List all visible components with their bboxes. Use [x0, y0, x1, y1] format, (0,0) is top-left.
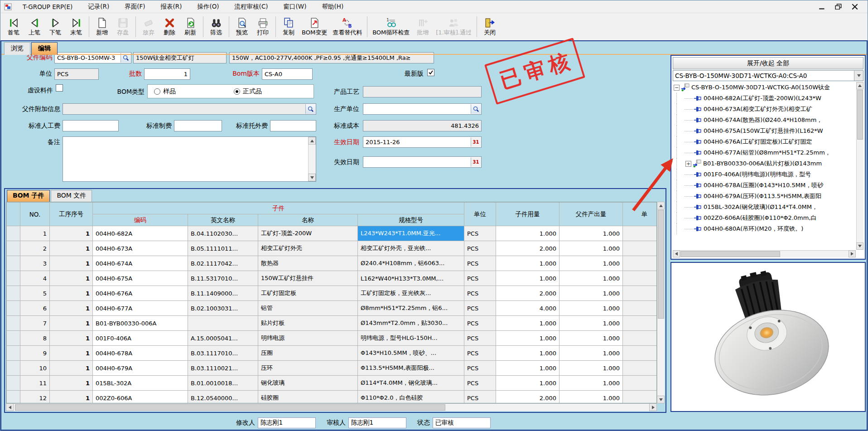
cell-en-name[interactable]: B.12.0540000...	[188, 391, 258, 404]
cell-spec[interactable]: 明纬电源，型号HLG-150H...	[358, 331, 464, 346]
calendar-icon[interactable]: 31	[471, 137, 481, 147]
cell-unit[interactable]: PCS	[464, 226, 496, 241]
cell-spec[interactable]: 工矿灯固定板，亚光铁灰...	[358, 286, 464, 301]
effective-date-field[interactable]: 2015-11-26 31	[363, 136, 482, 148]
cell-code[interactable]: 004H0-676A	[93, 286, 188, 301]
search-icon[interactable]	[471, 104, 481, 114]
tree-item-4[interactable]: 004H0-675A(150W工矿灯悬挂件)(L162*W	[673, 126, 856, 136]
std-outsource-input[interactable]	[270, 120, 316, 131]
cell-en-name[interactable]: B.11.1409000...	[188, 286, 258, 301]
row-selector[interactable]	[7, 331, 20, 346]
chevron-down-icon[interactable]	[854, 71, 863, 81]
cell-seq[interactable]: 1	[50, 331, 93, 346]
table-horizontal-scrollbar[interactable]	[6, 403, 657, 411]
parent-extra-field[interactable]	[63, 103, 316, 115]
toolbar-button-filter[interactable]: 筛选	[206, 14, 227, 39]
tree-item-13[interactable]: 004H0-680A(吊环)(M20，环度铁。)	[673, 223, 856, 234]
cell-parent-qty[interactable]: 1.000	[559, 391, 623, 404]
cell-qty[interactable]: 1.000	[496, 256, 559, 271]
cell-extra[interactable]	[623, 391, 657, 404]
cell-qty[interactable]: 1.000	[496, 376, 559, 391]
menu-item-0[interactable]: T-GROUP ERP(E)	[15, 0, 80, 13]
cell-name[interactable]: 工矿灯-顶盖-200W	[258, 226, 358, 241]
collapse-icon[interactable]: −	[674, 85, 680, 91]
scroll-down-icon[interactable]	[856, 242, 863, 250]
scroll-up-icon[interactable]	[856, 82, 863, 89]
cell-no[interactable]: 11	[20, 376, 50, 391]
toolbar-button-nav-first[interactable]: 首笔	[3, 14, 24, 39]
tab-edit[interactable]: 编辑	[31, 42, 58, 55]
tree-item-2[interactable]: 004H0-673A(相变工矿灯外壳)(相变工矿	[673, 104, 856, 115]
std-mfg-input[interactable]	[174, 120, 222, 131]
cell-name[interactable]: 压圈	[258, 346, 358, 361]
toolbar-button-print[interactable]: 打印	[252, 14, 273, 39]
menu-item-5[interactable]: 流程审核(C)	[227, 0, 276, 13]
cell-unit[interactable]: PCS	[464, 376, 496, 391]
virtual-checkbox[interactable]	[56, 84, 63, 92]
scroll-down-icon[interactable]	[657, 396, 665, 403]
table-row[interactable]: 51004H0-676AB.11.1409000...工矿灯固定板工矿灯固定板，…	[7, 286, 657, 301]
cell-no[interactable]: 8	[20, 331, 50, 346]
cell-spec[interactable]: L243*W243*T1.0MM.亚光...	[358, 226, 464, 241]
cell-code[interactable]: 004H0-679A	[93, 361, 188, 376]
minimize-icon[interactable]	[819, 4, 826, 10]
cell-extra[interactable]	[623, 226, 657, 241]
cell-name[interactable]: 铝管	[258, 301, 358, 316]
cell-parent-qty[interactable]: 1.000	[559, 226, 623, 241]
tree-item-0[interactable]: −CS-BYB-O-150MW-30D71-WCTKG-A0(150W钛金	[673, 82, 856, 93]
table-row[interactable]: 41004H0-675AB.11.5317010...150W工矿灯悬挂件L16…	[7, 271, 657, 286]
cell-no[interactable]: 2	[20, 241, 50, 256]
cell-qty[interactable]: 2.000	[496, 391, 559, 404]
cell-extra[interactable]	[623, 286, 657, 301]
toolbar-button-copy[interactable]: 复制	[278, 14, 299, 39]
cell-en-name[interactable]: B.02.1117042...	[188, 256, 258, 271]
cell-qty[interactable]: 4.000	[496, 301, 559, 316]
cell-no[interactable]: 6	[20, 301, 50, 316]
toolbar-button-preview[interactable]: 预览	[231, 14, 252, 39]
cell-en-name[interactable]: B.03.1110021...	[188, 361, 258, 376]
scroll-up-icon[interactable]	[308, 137, 316, 145]
toolbar-button-loop-check[interactable]: 1BOM循环检查	[370, 14, 412, 39]
toolbar-button-nav-prev[interactable]: 上笔	[24, 14, 45, 39]
tree-vertical-scrollbar[interactable]	[856, 82, 863, 250]
row-selector[interactable]	[7, 301, 20, 316]
scrollbar-thumb[interactable]	[857, 90, 863, 140]
cell-unit[interactable]: PCS	[464, 301, 496, 316]
tab-browse[interactable]: 浏览	[4, 42, 30, 55]
cell-name[interactable]: 钢化玻璃	[258, 376, 358, 391]
cell-code[interactable]: 015BL-302A	[93, 376, 188, 391]
scroll-up-icon[interactable]	[657, 202, 665, 209]
bom-version-input[interactable]	[262, 68, 313, 80]
cell-extra[interactable]	[623, 271, 657, 286]
cell-name[interactable]: 硅胶圈	[258, 391, 358, 404]
tree-horizontal-scrollbar[interactable]	[673, 250, 856, 257]
toolbar-button-nav-next[interactable]: 下笔	[45, 14, 66, 39]
menu-item-4[interactable]: 操作(O)	[189, 0, 227, 13]
tree-item-9[interactable]: 004H0-678A(压圈)(Φ143*H10.5MM，喷砂	[673, 180, 856, 191]
cell-qty[interactable]: 2.000	[496, 241, 559, 256]
cell-extra[interactable]	[623, 331, 657, 346]
cell-no[interactable]: 9	[20, 346, 50, 361]
tree-item-3[interactable]: 004H0-674A(散热器)(Ø240.4*H108mm，	[673, 115, 856, 126]
calendar-icon[interactable]: 31	[471, 157, 481, 167]
cell-parent-qty[interactable]: 1.000	[559, 271, 623, 286]
cell-en-name[interactable]: B.05.1111011...	[188, 241, 258, 256]
cell-qty[interactable]: 2.000	[496, 286, 559, 301]
cell-extra[interactable]	[623, 361, 657, 376]
cell-seq[interactable]: 1	[50, 346, 93, 361]
cell-no[interactable]: 1	[20, 226, 50, 241]
menu-item-6[interactable]: 窗口(W)	[276, 0, 314, 13]
cell-seq[interactable]: 1	[50, 361, 93, 376]
cell-name[interactable]: 工矿灯固定板	[258, 286, 358, 301]
cell-no[interactable]: 10	[20, 361, 50, 376]
cell-extra[interactable]	[623, 376, 657, 391]
cell-code[interactable]: 004H0-673A	[93, 241, 188, 256]
cell-seq[interactable]: 1	[50, 256, 93, 271]
cell-name[interactable]: 贴片灯板	[258, 316, 358, 331]
cell-seq[interactable]: 1	[50, 316, 93, 331]
auditor-field[interactable]: 陈志刚1	[348, 417, 406, 428]
cell-en-name[interactable]: B.01.0010018...	[188, 376, 258, 391]
cell-extra[interactable]	[623, 301, 657, 316]
cell-name[interactable]: 相变工矿灯外壳	[258, 241, 358, 256]
cell-en-name[interactable]: B.02.1003031...	[188, 301, 258, 316]
